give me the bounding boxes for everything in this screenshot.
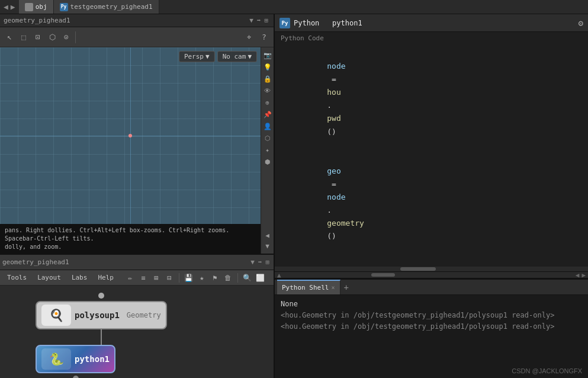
select-tool-icon[interactable]: ↖ xyxy=(2,30,17,44)
menu-icon-flag[interactable]: ⚑ xyxy=(209,272,221,284)
node-graph-nav[interactable]: ➡ xyxy=(256,258,264,266)
menu-icon-trash[interactable]: 🗑 xyxy=(222,272,234,284)
vp-particle-icon[interactable]: ✦ xyxy=(262,145,273,155)
code-op-dot2: . xyxy=(327,206,332,214)
shell-tab-add-button[interactable]: + xyxy=(340,283,352,292)
node-polysoup1-top-dot xyxy=(98,293,104,299)
geo-icon[interactable]: ⬡ xyxy=(45,30,59,44)
mid-scrollbar[interactable]: ▲ ◀ ▶ xyxy=(275,271,588,278)
no-cam-button[interactable]: No cam ▼ xyxy=(217,51,257,62)
nav-arrows: ◀ ▶ xyxy=(0,2,19,11)
viewport-3d[interactable]: Persp ▼ No cam ▼ xyxy=(0,47,261,224)
menu-help[interactable]: Help xyxy=(93,273,118,283)
node-python1[interactable]: 🐍 python1 xyxy=(36,345,115,378)
menu-labs[interactable]: Labs xyxy=(67,273,92,283)
scrollbar-right-icon[interactable]: ▶ xyxy=(581,271,586,279)
scrollbar-thumb[interactable] xyxy=(371,273,395,277)
snap-icon[interactable]: ⌖ xyxy=(242,30,256,44)
obj-icon xyxy=(25,3,33,11)
node-polysoup1-body[interactable]: 🍳 polysoup1 Geometry xyxy=(36,301,167,329)
code-op-eq2: = xyxy=(327,180,340,188)
python-shell-tab[interactable]: Python Shell × xyxy=(277,280,340,294)
python-shell-output[interactable]: None <hou.Geometry in /obj/testgeometry_… xyxy=(275,295,588,378)
help-icon[interactable]: ? xyxy=(257,30,271,44)
viewport-right-toolbar: 📷 💡 🔒 👁 ⊕ 📌 👤 ⬡ ✦ ⬢ ◀ ▼ xyxy=(261,47,274,254)
menu-icon-star[interactable]: ★ xyxy=(196,272,208,284)
code-op-paren1: () xyxy=(327,127,336,136)
node-graph-grid[interactable]: ⊞ xyxy=(264,258,271,266)
code-func-hou: hou xyxy=(327,88,340,97)
scrollbar-left-icon[interactable]: ◀ xyxy=(576,271,580,279)
vp-magnet-icon[interactable]: ⊕ xyxy=(262,97,273,108)
code-func-pwd: pwd xyxy=(327,114,340,123)
python-shell-tabs: Python Shell × + xyxy=(275,280,588,295)
viewport-nav-icon[interactable]: ➡ xyxy=(255,17,263,24)
node-canvas[interactable]: 🍳 polysoup1 Geometry 🐍 python1 xyxy=(0,286,274,378)
menu-icon-viewport[interactable]: ⬜ xyxy=(255,272,266,284)
viewport-network-icon[interactable]: ⊞ xyxy=(262,17,270,24)
vp-bottom-icon-2[interactable]: ▼ xyxy=(262,241,273,251)
persp-arrow: ▼ xyxy=(205,53,210,60)
top-tabs-bar: ◀ ▶ obj Py testgeometry_pighead1 xyxy=(0,0,588,14)
vp-eye-icon[interactable]: 👁 xyxy=(262,85,273,96)
viewport-3d-wrapper: Persp ▼ No cam ▼ xyxy=(0,47,261,224)
tab-testgeometry[interactable]: Py testgeometry_pighead1 xyxy=(54,0,159,14)
tab-obj[interactable]: obj xyxy=(19,0,54,14)
transform-icon[interactable]: ⊡ xyxy=(31,30,45,44)
menu-layout[interactable]: Layout xyxy=(33,273,66,283)
node-polysoup1-icon: 🍳 xyxy=(41,305,71,326)
vp-camera-icon[interactable]: 📷 xyxy=(262,50,273,60)
menu-icon-edit[interactable]: ✏ xyxy=(124,272,136,284)
vp-bottom-icon-1[interactable]: ◀ xyxy=(262,230,273,241)
menu-icon-save[interactable]: 💾 xyxy=(183,272,195,284)
viewport-title: geometry_pighead1 xyxy=(4,17,248,24)
menu-icon-search[interactable]: 🔍 xyxy=(242,272,253,284)
toolbar-separator-1 xyxy=(75,31,76,43)
vp-display-icon[interactable]: ⬡ xyxy=(262,133,273,143)
node-graph-toolbar: geometry_pighead1 ▼ ➡ ⊞ xyxy=(0,255,274,270)
vp-light-icon[interactable]: 💡 xyxy=(262,62,273,72)
scale-icon[interactable]: ⊙ xyxy=(59,30,73,44)
shell-tab-label: Python Shell xyxy=(282,284,329,291)
code-hscroll-thumb[interactable] xyxy=(400,267,436,271)
menu-icon-grid2[interactable]: ⊟ xyxy=(163,272,175,284)
node-python1-label: python1 xyxy=(75,354,110,364)
vp-pin-icon[interactable]: 📌 xyxy=(262,109,273,120)
persp-button[interactable]: Persp ▼ xyxy=(179,51,215,62)
node-polysoup1[interactable]: 🍳 polysoup1 Geometry xyxy=(36,290,167,345)
nav-forward-icon[interactable]: ▶ xyxy=(11,2,15,11)
node-python1-body[interactable]: 🐍 python1 xyxy=(36,345,115,373)
node-graph-arrow[interactable]: ▼ xyxy=(249,258,256,266)
node-polysoup1-sublabel: Geometry xyxy=(127,311,161,319)
viewport-toolbar: ↖ ⬚ ⊡ ⬡ ⊙ ⌖ ? xyxy=(0,27,274,47)
vp-lock-icon[interactable]: 🔒 xyxy=(262,73,273,84)
vp-person-icon[interactable]: 👤 xyxy=(262,121,273,132)
view-buttons: Persp ▼ No cam ▼ xyxy=(179,51,257,62)
main-content: geometry_pighead1 ▼ ➡ ⊞ ↖ ⬚ ⊡ ⬡ ⊙ ⌖ ? xyxy=(0,14,588,378)
viewport-title-arrow[interactable]: ▼ xyxy=(248,17,255,24)
python-tab-icon: Py xyxy=(60,3,68,11)
python-settings-button[interactable]: ⚙ xyxy=(579,18,583,28)
code-line-2: geo = node . geometry () xyxy=(281,152,582,257)
menu-sep2 xyxy=(237,273,238,283)
menu-icon-list[interactable]: ≡ xyxy=(137,272,149,284)
menu-icon-grid[interactable]: ⊞ xyxy=(150,272,162,284)
select-box-icon[interactable]: ⬚ xyxy=(17,30,31,44)
code-op-dot1: . xyxy=(327,101,332,110)
menu-tools[interactable]: Tools xyxy=(2,273,31,283)
code-op-paren2: () xyxy=(327,232,336,241)
code-var-node: node xyxy=(327,62,345,71)
nav-back-icon[interactable]: ◀ xyxy=(4,2,8,11)
python-shell-section: Python Shell × + None <hou.Geometry in /… xyxy=(275,278,588,378)
code-editor[interactable]: node = hou . pwd () geo = node . geometr… xyxy=(275,43,588,267)
viewport-help: pans. Right dollies. Ctrl+Alt+Left box-z… xyxy=(0,224,261,254)
right-panel: Py Python python1 ⚙ Python Code node = h… xyxy=(275,14,588,378)
node-polysoup1-label: polysoup1 xyxy=(75,310,120,320)
shell-tab-close-button[interactable]: × xyxy=(331,284,335,291)
menu-sep xyxy=(179,273,179,283)
code-func-geometry: geometry xyxy=(327,219,364,228)
code-hscroll[interactable] xyxy=(275,267,588,271)
vp-render-icon[interactable]: ⬢ xyxy=(262,156,273,167)
python-code-label: Python Code xyxy=(275,32,588,43)
scrollbar-up-icon[interactable]: ▲ xyxy=(277,271,281,279)
